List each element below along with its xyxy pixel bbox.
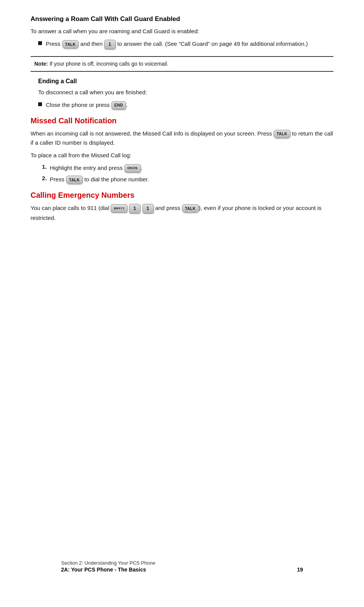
page-content: Answering a Roam Call With Call Guard En… [31,15,333,588]
step2-text: Press TALK to dial the phone number. [50,175,149,184]
footer-section-label: Section 2: Understanding Your PCS Phone [61,560,303,566]
step1-number: 1. [42,163,47,170]
talk-key-2: TALK [274,130,290,138]
okis-key: OK/IS [124,164,141,173]
roam-call-title: Answering a Roam Call With Call Guard En… [31,15,333,23]
end-key: END [111,101,126,110]
note-box: Note: If your phone is off, incoming cal… [31,56,333,72]
bullet-square-icon [38,41,42,45]
roam-call-section: Answering a Roam Call With Call Guard En… [31,15,333,49]
ending-call-bullet-text: Close the phone or press END. [46,100,128,110]
ending-call-title: Ending a Call [31,78,333,85]
one-key-3: 1 [142,204,154,213]
missed-call-body1: When an incoming call is not answered, t… [31,129,333,147]
missed-call-section: Missed Call Notification When an incomin… [31,116,333,184]
note-label: Note: [34,61,48,67]
roam-call-body: To answer a call when you are roaming an… [31,27,333,36]
emergency-section: Calling Emergency Numbers You can place … [31,191,333,222]
talk-key-3: TALK [66,176,83,184]
step2-number: 2. [42,175,47,181]
roam-call-bullet: Press TALK and then 1 to answer the call… [31,39,333,49]
step1-text: Highlight the entry and press OK/IS. [50,163,142,173]
one-key-2: 1 [129,204,140,213]
missed-call-body2: To place a call from the Missed Call log… [31,151,333,160]
missed-call-title: Missed Call Notification [31,116,333,125]
footer-page-number: 19 [297,567,303,573]
page-footer: Section 2: Understanding Your PCS Phone … [61,560,303,573]
one-key-1: 1 [104,40,116,49]
footer-chapter-label: 2A: Your PCS Phone - The Basics [61,567,146,573]
ending-call-body: To disconnect a call when you are finish… [31,88,333,97]
bullet-square-icon-2 [38,102,42,106]
note-text: If your phone is off, incoming calls go … [50,61,169,67]
emergency-body: You can place calls to 911 (dial 9WXYZ 1… [31,203,333,222]
footer-bottom-row: 2A: Your PCS Phone - The Basics 19 [61,567,303,573]
talk-key-1: TALK [62,40,79,48]
emergency-title: Calling Emergency Numbers [31,191,333,200]
missed-call-step2: 2. Press TALK to dial the phone number. [31,175,333,184]
ending-call-section: Ending a Call To disconnect a call when … [31,78,333,110]
talk-key-4: TALK [182,204,199,213]
nine-key: 9WXYZ [111,204,127,213]
ending-call-bullet: Close the phone or press END. [31,100,333,110]
roam-call-bullet-text: Press TALK and then 1 to answer the call… [46,39,308,49]
missed-call-step1: 1. Highlight the entry and press OK/IS. [31,163,333,173]
